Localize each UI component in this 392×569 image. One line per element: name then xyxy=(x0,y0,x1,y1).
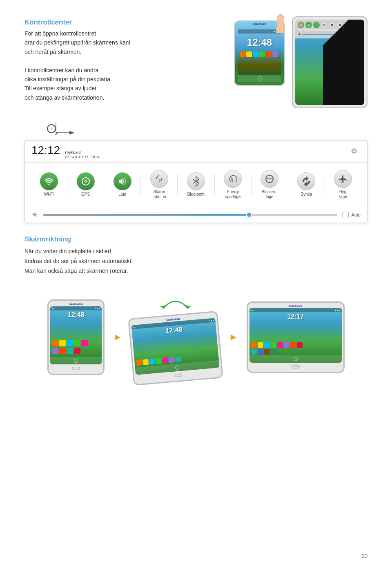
control-center-widget: 12:12 FREDAG 22 AUGUSTI, 2014 ⚙ xyxy=(24,140,368,223)
home-btn-bottom-2 xyxy=(175,366,180,370)
app-icon xyxy=(271,342,276,348)
auto-checkbox[interactable] xyxy=(342,212,349,218)
app-icon xyxy=(290,342,296,348)
energy-icon xyxy=(224,170,242,188)
app-icon xyxy=(271,349,276,355)
arrow-right-2: ► xyxy=(229,331,238,343)
tablet-landscape-2: SAMSUNG ●● ▲ ■ ● 12:48 xyxy=(128,311,223,386)
app-icon xyxy=(246,51,252,57)
cc-quick-2: ◎ xyxy=(305,22,312,28)
annotation-row: + xyxy=(47,120,368,137)
home-btn-bottom-3 xyxy=(294,357,298,361)
rotation-button[interactable]: Skärmrotation xyxy=(142,167,176,203)
finger-shape xyxy=(277,14,284,27)
svg-point-4 xyxy=(85,181,86,182)
flight-label: Flyg-läge xyxy=(339,190,347,199)
flight-button[interactable]: Flyg-läge xyxy=(326,167,361,203)
tablet-mockup-2: SAMSUNG 📶 ◎ 🔊 ↺ ✱ xyxy=(292,16,368,108)
sound-label: Ljud xyxy=(118,192,126,197)
tablet-bg-screen: SAMSUNG 📶 ◎ 🔊 ↺ ✱ xyxy=(295,20,364,105)
cc-time-block: 12:12 FREDAG 22 AUGUSTI, 2014 xyxy=(31,144,100,159)
cc-time-display: 12:12 xyxy=(31,144,60,157)
app-icon xyxy=(175,356,181,362)
bluetooth-icon xyxy=(187,172,205,190)
intro-text: Kontrollcenter För att öppna kontrollcen… xyxy=(24,16,226,102)
app-icon xyxy=(169,357,175,363)
svg-point-1 xyxy=(48,184,49,185)
gps-icon xyxy=(77,172,95,190)
tablet-time-1: 12:48 xyxy=(247,37,272,48)
wifi-button[interactable]: Wi-Fi xyxy=(31,169,66,200)
home-bar-bottom-1 xyxy=(50,357,102,364)
section1-title: Kontrollcenter xyxy=(24,18,226,27)
brightness-slider[interactable] xyxy=(43,214,337,216)
rotation-arrow-svg xyxy=(155,292,196,315)
app-icon xyxy=(277,342,283,348)
energy-label: Energisparläge xyxy=(225,190,241,199)
section2-block: Skärmriktning När du vrider din pekplatt… xyxy=(24,235,368,276)
bottom-bar-1 xyxy=(50,366,102,371)
sync-button[interactable]: Synka xyxy=(289,169,324,200)
cc-day: FREDAG xyxy=(65,151,100,155)
blocker-label: Blocker.-läge xyxy=(262,190,278,199)
app-icon xyxy=(59,340,66,346)
app-icon xyxy=(52,348,58,354)
rotation-label: Skärmrotation xyxy=(152,190,166,199)
divider-2 xyxy=(104,174,104,195)
tablet-portrait-1: SAMSUNG ●● ▲ ■ ● 12:48 xyxy=(47,299,105,375)
physical-home-2 xyxy=(174,373,182,377)
flight-icon xyxy=(334,170,352,188)
slider-thumb xyxy=(246,212,252,218)
divider-3 xyxy=(140,174,141,195)
divider-5 xyxy=(214,174,215,195)
tablet-screen-bottom-1: ●● ▲ ■ ● 12:48 xyxy=(50,306,102,364)
cc-date-block: FREDAG 22 AUGUSTI, 2014 xyxy=(65,151,100,159)
app-icon xyxy=(240,51,245,57)
page-container: Kontrollcenter För att öppna kontrollcen… xyxy=(0,0,392,569)
app-icon xyxy=(297,342,303,348)
status-bar-1: ● ● ● xyxy=(238,29,281,33)
auto-label: Auto xyxy=(351,212,361,217)
app-row-landscape-final-1 xyxy=(251,342,340,348)
bottom-bar-3 xyxy=(249,364,342,370)
annotation-arrow-svg xyxy=(54,120,78,137)
app-icon xyxy=(74,348,80,354)
divider-7 xyxy=(288,174,288,195)
blocker-button[interactable]: Blocker.-läge xyxy=(252,167,287,203)
tablet-image-1: SAMSUNG ● ● ● 12:48 xyxy=(234,16,287,88)
app-icon xyxy=(266,51,272,57)
top-tablet-images: SAMSUNG ● ● ● 12:48 xyxy=(234,16,368,108)
tablet-screen-bottom-3: ●● ▲ ■ ● 12:17 xyxy=(249,308,342,363)
sound-icon xyxy=(114,172,131,190)
tablet-2-group: SAMSUNG ●● ▲ ■ ● 12:48 xyxy=(131,292,220,382)
home-bar-1 xyxy=(238,75,281,82)
home-bar-bottom-3 xyxy=(249,355,342,363)
app-icon xyxy=(251,342,257,348)
sound-button[interactable]: Ljud xyxy=(105,169,140,200)
gps-button[interactable]: GPS xyxy=(68,169,103,200)
section2-body: När du vrider din pekplatta i sidled änd… xyxy=(24,247,368,276)
app-icon xyxy=(136,360,142,366)
auto-block: Auto xyxy=(342,212,361,218)
energy-button[interactable]: Energisparläge xyxy=(216,167,250,203)
tablet-time-bottom-1: 12:48 xyxy=(68,311,85,319)
tablet-inner-2: SAMSUNG 📶 ◎ 🔊 ↺ ✱ xyxy=(295,20,364,105)
divider-8 xyxy=(325,174,325,195)
app-icon xyxy=(264,342,270,348)
gps-label: GPS xyxy=(81,192,90,197)
app-row-landscape-final-2 xyxy=(251,349,340,355)
bluetooth-button[interactable]: Bluetooth xyxy=(178,169,213,200)
app-icon xyxy=(59,348,66,354)
black-diagonal xyxy=(323,20,364,105)
cc-widget-header: 12:12 FREDAG 22 AUGUSTI, 2014 ⚙ xyxy=(25,141,367,163)
app-icon xyxy=(259,51,265,57)
tablet-time-bottom-2: 12:48 xyxy=(165,326,183,335)
app-icon xyxy=(253,51,258,57)
cc-buttons-row: Wi-Fi GPS xyxy=(25,163,367,207)
wifi-label: Wi-Fi xyxy=(44,192,53,197)
arrow-right-1: ► xyxy=(113,331,122,343)
wifi-icon xyxy=(40,172,58,190)
status-bar-bottom-1: ●● ▲ ■ ● xyxy=(50,306,102,310)
app-icon xyxy=(143,359,149,365)
gear-icon[interactable]: ⚙ xyxy=(351,147,361,156)
